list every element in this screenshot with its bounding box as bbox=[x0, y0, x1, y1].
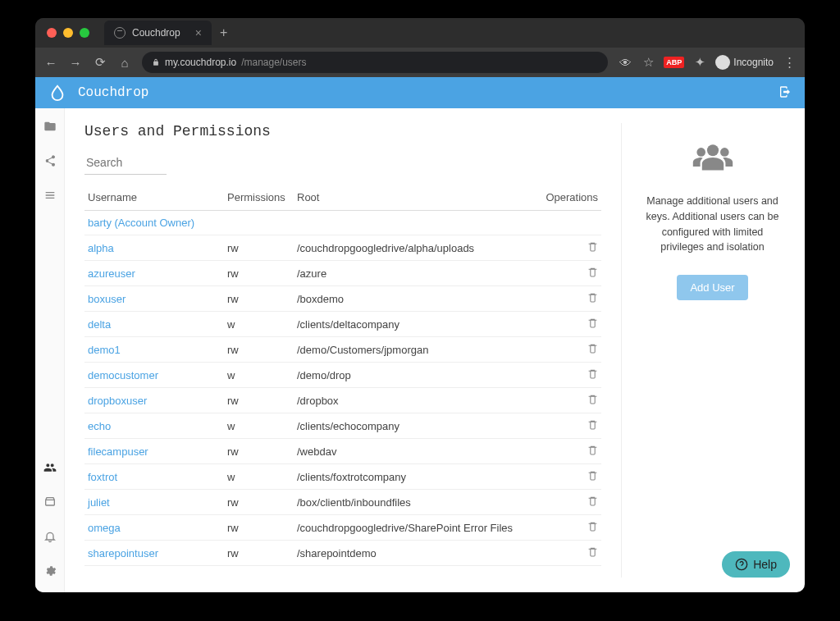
table-row: julietrw/box/clientb/inboundfiles bbox=[84, 490, 601, 515]
sidebar-item-list[interactable] bbox=[43, 189, 57, 205]
svg-point-4 bbox=[737, 559, 747, 569]
sidebar-item-files[interactable] bbox=[43, 120, 57, 136]
user-root: /box/clientb/inboundfiles bbox=[294, 490, 536, 515]
adblock-icon[interactable]: ABP bbox=[664, 57, 684, 68]
user-root: /dropbox bbox=[294, 388, 536, 413]
user-link[interactable]: filecampuser bbox=[88, 445, 148, 458]
sidebar-item-storage[interactable] bbox=[43, 495, 57, 512]
user-permissions: rw bbox=[224, 541, 294, 566]
trash-icon[interactable] bbox=[587, 369, 598, 381]
trash-icon[interactable] bbox=[587, 395, 598, 407]
user-link[interactable]: juliet bbox=[88, 496, 110, 509]
trash-icon[interactable] bbox=[587, 445, 598, 458]
extensions: 👁 ☆ ABP ✦ Incognito ⋮ bbox=[618, 55, 797, 70]
bookmark-icon[interactable]: ☆ bbox=[641, 55, 655, 70]
incognito-badge: Incognito bbox=[715, 55, 774, 70]
table-row: boxuserrw/boxdemo bbox=[84, 286, 601, 312]
user-permissions: w bbox=[224, 363, 294, 388]
sidebar-item-settings[interactable] bbox=[43, 564, 57, 581]
couchdrop-logo bbox=[48, 84, 66, 102]
close-tab-icon[interactable]: × bbox=[195, 26, 202, 39]
user-root: /clients/echocompany bbox=[294, 413, 536, 439]
table-row: deltaw/clients/deltacompany bbox=[84, 312, 601, 337]
url-input[interactable]: my.couchdrop.io/manage/users bbox=[142, 52, 608, 73]
user-permissions: w bbox=[224, 464, 294, 490]
info-text: Manage additional users and keys. Additi… bbox=[640, 194, 785, 255]
extensions-icon[interactable]: ✦ bbox=[692, 55, 707, 70]
add-user-button[interactable]: Add User bbox=[677, 275, 747, 300]
user-permissions: rw bbox=[224, 286, 294, 312]
user-root: /azure bbox=[294, 261, 536, 286]
browser-tab[interactable]: Couchdrop × bbox=[104, 21, 212, 45]
trash-icon[interactable] bbox=[587, 242, 598, 254]
minimize-window-button[interactable] bbox=[63, 28, 73, 38]
browser-window: Couchdrop × + ← → ⟳ ⌂ my.couchdrop.io/ma… bbox=[35, 18, 805, 592]
home-button[interactable]: ⌂ bbox=[117, 56, 132, 70]
trash-icon[interactable] bbox=[587, 293, 598, 305]
svg-point-3 bbox=[720, 148, 729, 157]
user-link[interactable]: alpha bbox=[88, 242, 114, 254]
user-root: /couchdropgoogledrive/SharePoint Error F… bbox=[294, 515, 536, 541]
user-root: /boxdemo bbox=[294, 286, 536, 312]
back-button[interactable]: ← bbox=[43, 56, 58, 70]
search-input[interactable] bbox=[84, 151, 167, 175]
trash-icon[interactable] bbox=[587, 318, 598, 331]
user-link[interactable]: boxuser bbox=[88, 293, 126, 305]
users-icon bbox=[690, 139, 736, 176]
table-row: filecampuserrw/webdav bbox=[84, 439, 601, 464]
sidebar-item-users[interactable] bbox=[43, 461, 57, 477]
trash-icon[interactable] bbox=[587, 547, 598, 559]
help-button[interactable]: Help bbox=[722, 551, 790, 578]
trash-icon[interactable] bbox=[587, 522, 598, 534]
reload-button[interactable]: ⟳ bbox=[93, 55, 107, 70]
col-username: Username bbox=[84, 185, 224, 211]
sidebar-item-notifications[interactable] bbox=[43, 530, 57, 546]
user-link[interactable]: sharepointuser bbox=[88, 547, 158, 559]
user-permissions: rw bbox=[224, 490, 294, 515]
user-link[interactable]: echo bbox=[88, 420, 111, 432]
user-permissions: rw bbox=[224, 235, 294, 261]
user-permissions: rw bbox=[224, 337, 294, 363]
user-root: /sharepointdemo bbox=[294, 541, 536, 566]
trash-icon[interactable] bbox=[587, 267, 598, 280]
window-controls bbox=[47, 28, 89, 38]
help-icon bbox=[735, 558, 748, 571]
sidebar-item-share[interactable] bbox=[43, 154, 57, 171]
user-root bbox=[294, 211, 536, 235]
user-root: /demo/Customers/jpmorgan bbox=[294, 337, 536, 363]
maximize-window-button[interactable] bbox=[80, 28, 89, 38]
logout-icon[interactable] bbox=[778, 85, 792, 101]
forward-button[interactable]: → bbox=[68, 56, 83, 70]
eye-off-icon[interactable]: 👁 bbox=[618, 56, 632, 70]
user-link[interactable]: foxtrot bbox=[88, 471, 117, 483]
address-bar: ← → ⟳ ⌂ my.couchdrop.io/manage/users 👁 ☆… bbox=[35, 48, 805, 77]
user-link[interactable]: azureuser bbox=[88, 267, 135, 280]
close-window-button[interactable] bbox=[47, 28, 57, 38]
new-tab-button[interactable]: + bbox=[220, 25, 227, 40]
user-link[interactable]: democustomer bbox=[88, 369, 158, 381]
user-permissions: w bbox=[224, 413, 294, 439]
user-link[interactable]: barty (Account Owner) bbox=[88, 217, 194, 229]
table-row: alpharw/couchdropgoogledrive/alpha/uploa… bbox=[84, 235, 601, 261]
trash-icon[interactable] bbox=[587, 420, 598, 432]
users-panel: Users and Permissions Username Permissio… bbox=[84, 123, 601, 578]
table-row: omegarw/couchdropgoogledrive/SharePoint … bbox=[84, 515, 601, 541]
user-link[interactable]: omega bbox=[88, 522, 121, 534]
incognito-icon bbox=[715, 55, 730, 70]
user-root: /webdav bbox=[294, 439, 536, 464]
menu-icon[interactable]: ⋮ bbox=[782, 55, 797, 70]
user-permissions: rw bbox=[224, 515, 294, 541]
nav-rail bbox=[35, 108, 65, 592]
user-link[interactable]: demo1 bbox=[88, 344, 121, 356]
user-root: /clients/deltacompany bbox=[294, 312, 536, 337]
user-link[interactable]: delta bbox=[88, 318, 111, 331]
trash-icon[interactable] bbox=[587, 344, 598, 356]
trash-icon[interactable] bbox=[587, 496, 598, 509]
trash-icon[interactable] bbox=[587, 471, 598, 483]
tab-title: Couchdrop bbox=[132, 27, 180, 39]
brand-name: Couchdrop bbox=[78, 85, 148, 100]
user-link[interactable]: dropboxuser bbox=[88, 395, 147, 407]
globe-icon bbox=[114, 27, 126, 39]
svg-point-1 bbox=[706, 144, 718, 156]
url-host: my.couchdrop.io bbox=[165, 57, 236, 68]
